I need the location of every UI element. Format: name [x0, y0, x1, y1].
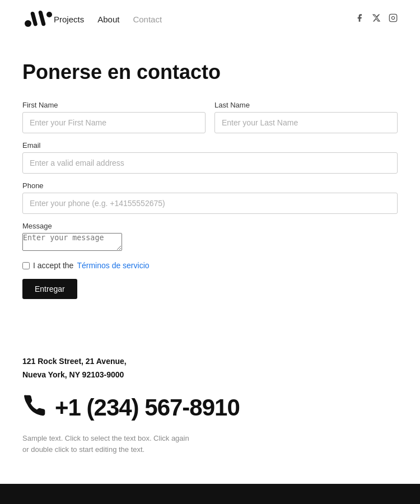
nav-about[interactable]: About	[97, 15, 119, 24]
x-icon[interactable]	[372, 13, 381, 25]
nav-links: Projects About Contact	[54, 15, 162, 24]
phone-row: +1 (234) 567-8910	[22, 393, 398, 423]
message-input[interactable]	[22, 233, 122, 251]
navigation: Projects About Contact	[0, 0, 420, 38]
svg-point-3	[46, 12, 52, 17]
nav-social-icons	[355, 13, 398, 25]
svg-rect-2	[38, 10, 46, 26]
last-name-input[interactable]	[214, 112, 398, 133]
svg-point-0	[25, 20, 31, 27]
message-group: Message	[22, 222, 398, 253]
email-group: Email	[22, 141, 398, 174]
terms-row: I accept the Términos de servicio	[22, 261, 398, 270]
logo[interactable]	[22, 8, 54, 30]
nav-projects[interactable]: Projects	[54, 15, 84, 24]
first-name-input[interactable]	[22, 112, 206, 133]
terms-prefix: I accept the	[33, 261, 73, 270]
address-line1: 121 Rock Street, 21 Avenue,	[22, 355, 398, 368]
email-label: Email	[22, 141, 398, 150]
phone-input[interactable]	[22, 193, 398, 214]
phone-number: +1 (234) 567-8910	[55, 394, 240, 421]
message-label: Message	[22, 222, 398, 230]
phone-label: Phone	[22, 181, 398, 190]
terms-checkbox[interactable]	[22, 262, 30, 269]
last-name-label: Last Name	[214, 101, 398, 109]
phone-icon	[22, 393, 47, 423]
submit-button[interactable]: Entregar	[22, 279, 77, 299]
main-content: Ponerse en contacto First Name Last Name…	[0, 38, 420, 333]
phone-group: Phone	[22, 181, 398, 214]
first-name-group: First Name	[22, 101, 206, 133]
terms-link[interactable]: Términos de servicio	[77, 261, 149, 270]
sample-text[interactable]: Sample text. Click to select the text bo…	[22, 433, 190, 456]
info-section: 121 Rock Street, 21 Avenue, Nueva York, …	[0, 333, 420, 484]
address: 121 Rock Street, 21 Avenue, Nueva York, …	[22, 355, 398, 382]
instagram-icon[interactable]	[389, 13, 398, 25]
first-name-label: First Name	[22, 101, 206, 109]
name-row: First Name Last Name	[22, 101, 398, 133]
address-line2: Nueva York, NY 92103-9000	[22, 368, 398, 382]
email-input[interactable]	[22, 152, 398, 174]
nav-contact[interactable]: Contact	[133, 15, 162, 24]
svg-rect-1	[30, 11, 38, 26]
page-title: Ponerse en contacto	[22, 60, 398, 84]
facebook-icon[interactable]	[355, 13, 364, 25]
last-name-group: Last Name	[214, 101, 398, 133]
svg-rect-4	[389, 14, 396, 21]
footer: Número, nombre de la calle Ciudad, país,…	[0, 484, 420, 504]
